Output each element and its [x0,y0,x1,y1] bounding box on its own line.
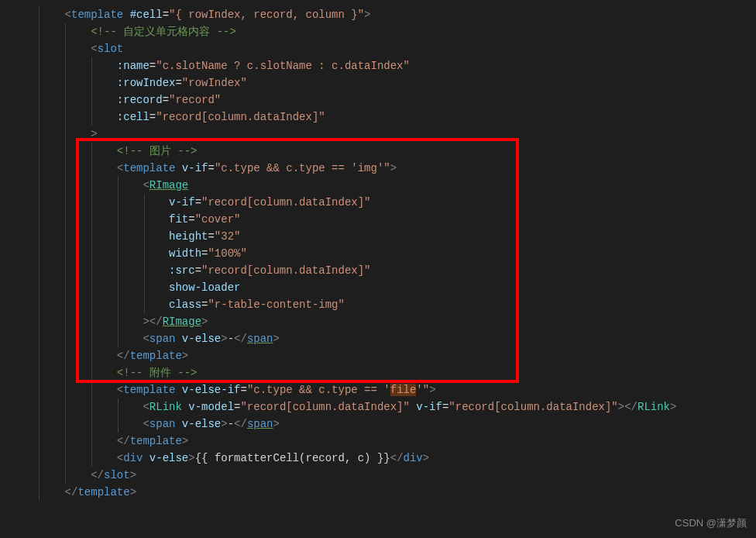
indent-guide [39,126,40,143]
indent-guide [39,398,40,416]
code-token [182,401,188,413]
code-token: v-if [169,196,195,209]
code-token: span [149,418,176,430]
code-line[interactable]: </template> [0,433,756,450]
code-line[interactable]: </slot> [0,467,756,484]
code-token: > [188,452,194,464]
code-line[interactable]: fit="cover" [0,211,756,228]
code-token [175,384,181,396]
code-token: </ [65,486,78,498]
indent-guide [91,177,92,194]
code-line[interactable]: <!-- 图片 --> [0,143,756,160]
code-token: = [208,162,214,174]
code-token: v-if [416,401,442,413]
indent-guide [39,450,40,467]
indent-guide [65,160,66,177]
code-line[interactable]: show-loader [0,279,756,296]
code-line[interactable]: <slot [0,40,756,57]
code-line[interactable]: <RImage [0,177,756,194]
indent-guide [118,177,119,194]
indent-guide [65,416,66,433]
code-token: = [175,77,181,89]
code-line[interactable]: :record="record" [0,91,756,109]
code-token [123,9,129,21]
code-line[interactable]: :rowIndex="rowIndex" [0,74,756,91]
code-token [175,418,181,430]
indent-guide [39,296,40,313]
code-token: "c.type && c.type == ' [247,384,390,396]
code-token: > [364,9,370,21]
code-line[interactable]: <!-- 自定义单元格内容 --> [0,23,756,40]
code-token: v-model [188,401,234,413]
code-token: = [149,60,156,72]
indent-guide [65,450,66,467]
code-token: #cell [130,9,163,21]
code-token: "100%" [208,247,246,260]
indent-guide [65,91,66,109]
indent-guide [144,262,145,279]
code-token: </ [117,435,130,447]
code-line[interactable]: <div v-else>{{ formatterCell(record, c) … [0,450,756,467]
code-token: show-loader [169,281,240,294]
code-line[interactable]: </template> [0,484,756,501]
indent-guide [65,40,66,57]
indent-guide [39,330,40,347]
code-token: > [390,162,397,174]
code-token: "record[column.dataIndex]" [156,111,325,123]
code-token: RImage [163,316,201,328]
code-token: :record [117,94,163,106]
code-line[interactable]: <span v-else>-</span> [0,416,756,433]
code-token: < [143,401,149,413]
code-token: - [228,333,234,345]
code-line[interactable]: :src="record[column.dataIndex]" [0,262,756,279]
code-line[interactable]: ></RImage> [0,313,756,330]
code-token: template [71,9,123,21]
code-token: "c.type && c.type == 'img'" [215,162,390,174]
code-line[interactable]: :name="c.slotName ? c.slotName : c.dataI… [0,57,756,74]
indent-guide [39,40,40,57]
indent-guide [39,91,40,109]
indent-guide [39,143,40,160]
code-line[interactable]: class="r-table-content-img" [0,296,756,313]
code-token: template [123,384,175,396]
code-token: "{ rowIndex, record, column }" [169,9,364,21]
indent-guide [118,279,119,296]
code-line[interactable]: v-if="record[column.dataIndex]" [0,194,756,211]
code-token: < [117,452,123,464]
code-line[interactable]: <template v-if="c.type && c.type == 'img… [0,160,756,177]
code-token: "rowIndex" [182,77,247,89]
code-line[interactable]: :cell="record[column.dataIndex]" [0,109,756,126]
code-token: = [201,247,208,260]
code-token: {{ formatterCell(record, c) }} [195,452,390,464]
indent-guide [91,74,92,91]
code-token: "record" [169,94,221,106]
code-line[interactable]: <template #cell="{ rowIndex, record, col… [0,6,756,23]
code-token: > [201,316,208,328]
indent-guide [118,211,119,228]
code-token: ></ [618,401,637,413]
indent-guide [91,194,92,211]
code-line[interactable]: <span v-else>-</span> [0,330,756,347]
code-token: RImage [149,179,188,191]
code-token: > [221,418,227,430]
code-token: "r-table-content-img" [208,298,344,311]
code-line[interactable]: width="100%" [0,245,756,262]
code-editor[interactable]: <template #cell="{ rowIndex, record, col… [0,6,756,501]
code-token: span [247,418,273,430]
code-token: = [149,111,156,123]
code-token: fit [169,213,188,226]
code-token: "record[column.dataIndex]" [201,264,370,277]
code-token: = [201,298,208,311]
code-line[interactable]: height="32" [0,228,756,245]
code-token: v-else-if [182,384,241,396]
indent-guide [39,74,40,91]
code-line[interactable]: <RLink v-model="record[column.dataIndex]… [0,398,756,416]
code-line[interactable]: <template v-else-if="c.type && c.type ==… [0,381,756,398]
code-line[interactable]: > [0,126,756,143]
code-token: :cell [117,111,149,123]
indent-guide [91,450,92,467]
code-line[interactable]: <!-- 附件 --> [0,364,756,381]
code-line[interactable]: </template> [0,347,756,364]
code-token: <!-- 图片 --> [117,144,198,158]
indent-guide [65,313,66,330]
